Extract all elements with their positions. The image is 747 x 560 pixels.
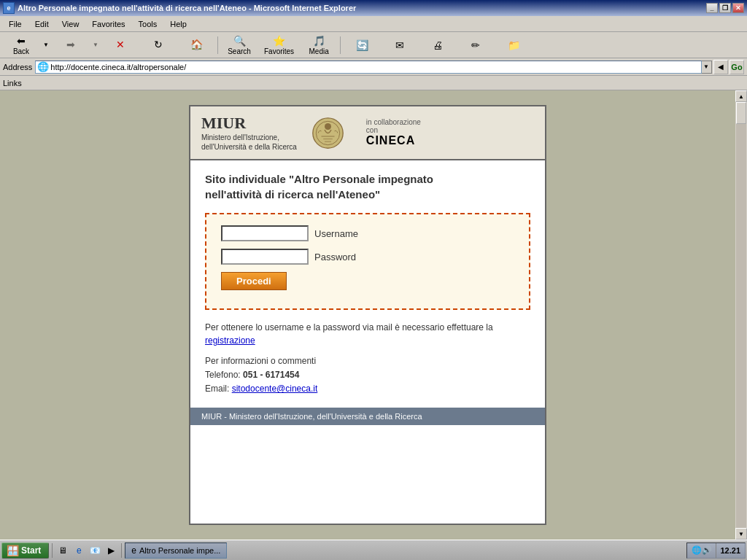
- scroll-down-btn[interactable]: ▼: [735, 528, 747, 540]
- taskbar-sep-1: [52, 543, 53, 558]
- menu-edit[interactable]: Edit: [29, 18, 55, 30]
- login-form-container: Username Password Procedi: [205, 213, 530, 310]
- scroll-up-btn[interactable]: ▲: [735, 90, 747, 102]
- taskbar: 🪟 Start 🖥 e 📧 ▶ e Altro Personale impe..…: [0, 540, 747, 560]
- start-button[interactable]: 🪟 Start: [1, 542, 49, 559]
- browser-scrollbar[interactable]: ▲ ▼: [735, 90, 747, 540]
- main-card: MIUR Ministero dell'Istruzione, dell'Uni…: [189, 105, 546, 525]
- miur-title: MIUR: [201, 114, 297, 133]
- search-label: Search: [228, 47, 251, 55]
- menu-file[interactable]: File: [3, 18, 28, 30]
- email-label: Email:: [205, 384, 229, 394]
- username-input[interactable]: [221, 225, 309, 241]
- ie-icon: e: [77, 545, 82, 556]
- password-row: Password: [221, 249, 514, 265]
- site-title: Sito individuale "Altro Personale impegn…: [205, 171, 530, 202]
- address-dropdown[interactable]: ▼: [700, 61, 712, 74]
- history-button[interactable]: 🔄: [344, 34, 380, 56]
- forward-dropdown[interactable]: ▼: [90, 36, 101, 55]
- miur-subtitle: Ministero dell'Istruzione, dell'Universi…: [201, 133, 297, 152]
- edit-icon: ✏: [471, 39, 480, 51]
- edit-button[interactable]: ✏: [457, 34, 494, 56]
- card-body: Sito individuale "Altro Personale impegn…: [190, 160, 545, 408]
- tray-icons: 🌐🔊: [692, 545, 712, 555]
- forward-button[interactable]: ➡: [53, 34, 89, 56]
- card-footer: MIUR - Ministero dell'Istruzione, dell'U…: [190, 408, 545, 425]
- system-clock: 12.21: [720, 546, 740, 555]
- outlook-icon: 📧: [90, 545, 101, 556]
- browser-back-nav[interactable]: ◀: [713, 60, 728, 74]
- home-icon: 🏠: [190, 39, 203, 50]
- media-button[interactable]: 🎵 Media: [301, 34, 337, 56]
- back-label: Back: [13, 47, 29, 55]
- menu-tools[interactable]: Tools: [133, 18, 163, 30]
- quick-media[interactable]: ▶: [104, 543, 118, 558]
- tray-sep: [716, 543, 716, 558]
- folder-button[interactable]: 📁: [495, 34, 532, 56]
- mail-button[interactable]: ✉: [382, 34, 418, 56]
- username-row: Username: [221, 225, 514, 241]
- registration-link[interactable]: registrazione: [205, 335, 255, 346]
- miur-emblem: [311, 117, 344, 149]
- refresh-button[interactable]: ↻: [140, 34, 177, 56]
- close-button[interactable]: ✕: [732, 3, 744, 13]
- submit-row: Procedi: [221, 272, 514, 290]
- quick-outlook[interactable]: 📧: [88, 543, 102, 558]
- search-button[interactable]: 🔍 Search: [221, 34, 258, 56]
- card-header: MIUR Ministero dell'Istruzione, dell'Uni…: [190, 106, 545, 160]
- info-text: Per ottenere lo username e la password v…: [205, 321, 530, 347]
- taskbar-window-title: Altro Personale impe...: [139, 546, 220, 555]
- desktop-icon: 🖥: [58, 545, 67, 556]
- footer-text: MIUR - Ministero dell'Istruzione, dell'U…: [201, 412, 422, 421]
- window-title: Altro Personale impegnato nell'attività …: [18, 4, 356, 12]
- back-dropdown[interactable]: ▼: [41, 36, 51, 55]
- folder-icon: 📁: [508, 39, 520, 51]
- toolbar: ⬅ Back ▼ ➡ ▼ ✕ ↻ 🏠 🔍 Search ⭐ Favorites …: [0, 32, 747, 58]
- links-bar: Links: [0, 76, 747, 90]
- address-bar: Address 🌐 http://docente.cineca.it/altro…: [0, 58, 747, 76]
- password-input[interactable]: [221, 249, 309, 265]
- stop-icon: ✕: [116, 39, 125, 50]
- quick-show-desktop[interactable]: 🖥: [55, 543, 70, 558]
- favorites-button[interactable]: ⭐ Favorites: [259, 34, 299, 56]
- favorites-icon: ⭐: [273, 35, 285, 47]
- stop-button[interactable]: ✕: [102, 34, 139, 56]
- menu-help[interactable]: Help: [164, 18, 193, 30]
- restore-button[interactable]: ❐: [719, 3, 731, 13]
- media-player-icon: ▶: [108, 545, 115, 556]
- toolbar-sep-1: [217, 36, 218, 54]
- menu-view[interactable]: View: [56, 18, 85, 30]
- minimize-button[interactable]: _: [706, 3, 718, 13]
- scroll-track: [736, 102, 746, 528]
- procedi-button[interactable]: Procedi: [221, 272, 287, 290]
- menu-bar: File Edit View Favorites Tools Help: [0, 16, 747, 32]
- email-link[interactable]: sitodocente@cineca.it: [232, 384, 318, 394]
- favorites-label: Favorites: [264, 47, 294, 55]
- address-input-container[interactable]: 🌐 http://docente.cineca.it/altropersonal…: [35, 61, 702, 74]
- scroll-thumb[interactable]: [736, 102, 746, 124]
- window-controls: _ ❐ ✕: [706, 3, 744, 13]
- home-button[interactable]: 🏠: [178, 34, 214, 56]
- forward-icon: ➡: [66, 39, 75, 50]
- telefono-row: Telefono: 051 - 6171454: [205, 368, 530, 382]
- toolbar-sep-2: [340, 36, 341, 54]
- print-button[interactable]: 🖨: [419, 34, 456, 56]
- taskbar-active-window[interactable]: e Altro Personale impe...: [125, 542, 227, 559]
- history-icon: 🔄: [356, 39, 368, 51]
- back-button[interactable]: ⬅ Back: [3, 34, 39, 56]
- contact-intro: Per informazioni o commenti: [205, 354, 530, 368]
- quick-ie[interactable]: e: [71, 543, 86, 558]
- cineca-brand: CINECA: [366, 134, 421, 147]
- telefono-number: 051 - 6171454: [243, 370, 299, 380]
- quick-launch-icons: 🖥 e 📧 ▶: [55, 543, 118, 558]
- search-icon: 🔍: [233, 35, 246, 47]
- taskbar-window-icon: e: [131, 545, 136, 556]
- browser-go-btn[interactable]: Go: [729, 60, 744, 74]
- telefono-label: Telefono:: [205, 370, 241, 380]
- miur-logo-section: MIUR Ministero dell'Istruzione, dell'Uni…: [201, 114, 297, 152]
- app-icon: e: [3, 2, 15, 14]
- windows-logo: 🪟: [7, 545, 19, 556]
- title-bar: e Altro Personale impegnato nell'attivit…: [0, 0, 747, 16]
- browser-back-icon: ◀: [718, 63, 724, 71]
- menu-favorites[interactable]: Favorites: [86, 18, 131, 30]
